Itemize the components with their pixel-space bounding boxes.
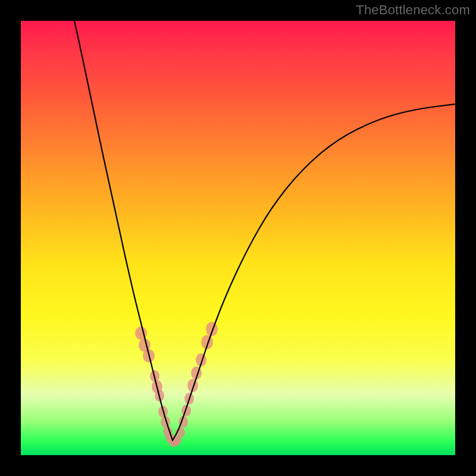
bead-dot	[150, 370, 159, 382]
bead-dot	[187, 379, 198, 392]
bead-dot	[168, 437, 179, 447]
bead-dot	[191, 367, 202, 380]
bead-dot	[158, 406, 168, 418]
bead-dot	[155, 390, 164, 402]
curve-right-branch	[173, 104, 455, 440]
curve-layer	[21, 21, 455, 455]
plot-area	[21, 21, 455, 455]
curve-left-branch	[74, 21, 173, 440]
bead-dot	[176, 427, 185, 438]
bead-dot	[196, 353, 206, 367]
watermark-text: TheBottleneck.com	[356, 2, 470, 18]
bead-dot	[178, 416, 188, 428]
bead-dot	[139, 339, 151, 352]
bead-dot	[181, 405, 191, 416]
bead-dot	[163, 426, 173, 437]
bead-dot	[206, 322, 218, 336]
bead-dot	[143, 349, 155, 362]
chart-frame: TheBottleneck.com	[0, 0, 476, 476]
bead-dot	[161, 416, 170, 428]
bead-dot	[165, 433, 175, 443]
bead-group	[135, 322, 218, 447]
bead-dot	[152, 380, 162, 393]
bead-dot	[172, 436, 181, 445]
bead-dot	[201, 335, 213, 349]
bead-dot	[135, 327, 147, 340]
bead-dot	[184, 393, 194, 405]
